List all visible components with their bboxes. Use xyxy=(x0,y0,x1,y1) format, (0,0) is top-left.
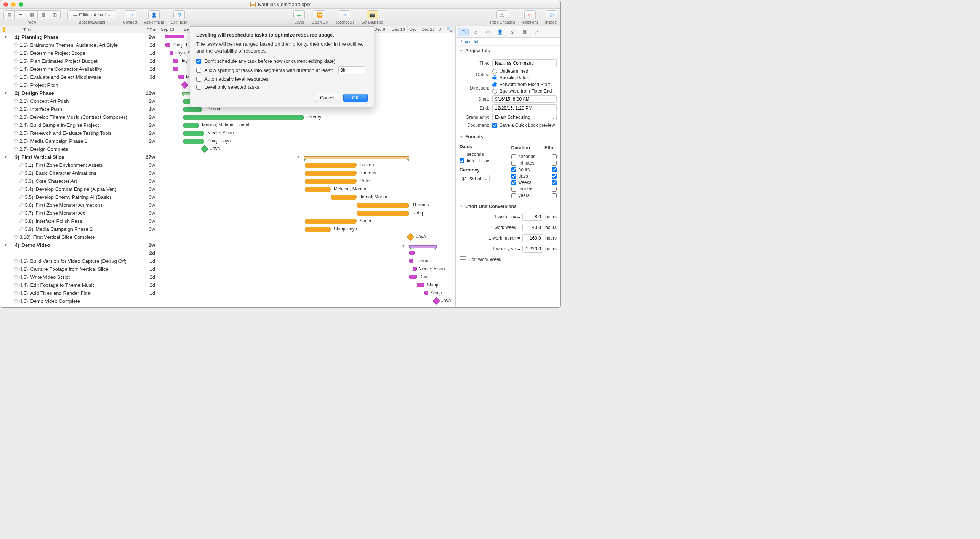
task-row[interactable]: 3.1)First Zone Environment Assets3w xyxy=(0,161,159,169)
maximize-icon[interactable] xyxy=(19,2,23,7)
task-row[interactable]: 3.5)Develop Enemy Pathing AI (Basic)3w xyxy=(0,193,159,201)
status-bullet[interactable] xyxy=(14,115,18,119)
task-row[interactable]: 4.5)Add Titles and Render Final1d xyxy=(0,289,159,297)
task-row[interactable]: ▼1)Planning Phase2w xyxy=(0,33,159,41)
status-bullet[interactable] xyxy=(14,147,18,151)
bar-1-1[interactable] xyxy=(165,43,170,47)
status-bullet[interactable] xyxy=(14,59,18,63)
status-bullet[interactable] xyxy=(19,163,23,167)
conv-week-input[interactable] xyxy=(522,224,543,231)
bar-3-3[interactable] xyxy=(305,179,357,184)
view-network-button[interactable]: ◫ xyxy=(49,10,61,19)
task-row[interactable]: 3.2)Basic Character Animations3w xyxy=(0,169,159,177)
dur-minutes[interactable] xyxy=(511,161,516,166)
section-conversions[interactable]: Effort Unit Conversions xyxy=(456,202,560,211)
collapse-caret-4[interactable]: ▼ xyxy=(402,244,405,248)
eff-seconds[interactable] xyxy=(552,154,557,159)
bar-1-2[interactable] xyxy=(170,51,173,55)
eff-months[interactable] xyxy=(552,187,557,192)
bar-4-1[interactable] xyxy=(409,259,413,263)
search-icon[interactable]: 🔍 xyxy=(445,26,453,33)
task-row[interactable]: 4.4)Edit Footage to Theme Music2d xyxy=(0,281,159,289)
gh-j[interactable]: J xyxy=(437,26,445,33)
tab-table[interactable]: ▦ xyxy=(519,28,530,36)
task-row[interactable]: 1.3)Plan Estimated Project Budget2d xyxy=(0,57,159,65)
bar-3-7[interactable] xyxy=(357,211,409,216)
status-bullet[interactable] xyxy=(14,291,18,295)
task-row[interactable]: 4.6)Demo Video Complete xyxy=(0,297,159,305)
task-row[interactable]: 1.4)Determine Contractor Availability2d xyxy=(0,65,159,73)
eff-days[interactable] xyxy=(552,174,557,179)
catch-up-button[interactable]: ⏩ xyxy=(314,10,325,19)
ok-button[interactable]: OK xyxy=(343,94,368,102)
status-bullet[interactable] xyxy=(14,43,18,47)
status-bullet[interactable] xyxy=(14,283,18,287)
gh-dec6[interactable]: Dec 6 xyxy=(373,26,390,33)
col-title[interactable]: Title xyxy=(8,27,141,32)
view-calendar-button[interactable]: ▦ xyxy=(26,10,38,19)
cancel-button[interactable]: Cancel xyxy=(315,94,339,102)
task-row[interactable]: ▼3)First Vertical Slice27w xyxy=(0,153,159,161)
status-bullet[interactable] xyxy=(19,171,23,175)
bar-2-3[interactable] xyxy=(183,115,304,120)
dur-days[interactable] xyxy=(511,174,516,179)
bar-1-3[interactable] xyxy=(173,59,178,63)
bar-4-4[interactable] xyxy=(417,283,424,287)
tab-milestones[interactable]: ◇ xyxy=(470,28,481,36)
task-row[interactable]: 1.5)Evaluate and Select Middleware3d xyxy=(0,73,159,81)
hand-icon[interactable]: ✋ xyxy=(0,27,8,32)
bar-4-3[interactable] xyxy=(409,275,417,279)
bar-3-6[interactable] xyxy=(357,203,409,208)
dur-weeks[interactable] xyxy=(511,180,516,185)
conv-year-input[interactable] xyxy=(522,245,543,253)
eff-minutes[interactable] xyxy=(552,161,557,166)
task-row[interactable]: ▼2)Design Phase11w xyxy=(0,89,159,97)
bar-2-5[interactable] xyxy=(183,131,204,136)
task-row[interactable]: 1.1)Brainstorm Themes, Audience, Art Sty… xyxy=(0,41,159,49)
status-bullet[interactable] xyxy=(19,179,23,183)
bar-3-5[interactable] xyxy=(331,195,357,200)
status-bullet[interactable] xyxy=(14,51,18,55)
eff-hours[interactable] xyxy=(552,167,557,172)
status-bullet[interactable] xyxy=(14,275,18,279)
task-row[interactable]: 1.2)Determine Project Scope1d xyxy=(0,49,159,57)
bar-2-4[interactable] xyxy=(183,123,199,128)
milestone-1-6[interactable] xyxy=(181,81,189,89)
bar-2-6[interactable] xyxy=(183,139,204,144)
bar-demo-summary[interactable] xyxy=(409,245,437,248)
bar-1-5[interactable] xyxy=(178,75,184,79)
collapse-caret-3[interactable]: ▼ xyxy=(296,155,300,159)
bar-3-2[interactable] xyxy=(305,171,357,176)
task-row[interactable]: 3.8)Interface Polish Pass3w xyxy=(0,217,159,225)
edit-work-week-button[interactable]: Edit Work Week xyxy=(456,254,560,265)
dur-months[interactable] xyxy=(511,187,516,192)
status-bullet[interactable] xyxy=(14,259,18,263)
status-bullet[interactable] xyxy=(14,299,18,303)
opt-allow-splitting[interactable]: Allow splitting of tasks into segments w… xyxy=(196,66,368,74)
milestone-3-10[interactable] xyxy=(407,233,414,241)
tab-export[interactable]: ↗ xyxy=(531,28,542,36)
tab-resources[interactable]: 👤 xyxy=(495,28,505,36)
direction-forward[interactable]: Forward from Fixed Start xyxy=(492,82,557,87)
status-bullet[interactable] xyxy=(14,83,18,87)
status-bullet[interactable] xyxy=(19,219,23,223)
milestone-2-7[interactable] xyxy=(201,145,208,153)
minimize-icon[interactable] xyxy=(11,2,16,7)
disclosure-icon[interactable]: ▼ xyxy=(3,155,8,159)
task-row[interactable]: 3.6)First Zone Monster Animations3w xyxy=(0,201,159,209)
bar-3-8[interactable] xyxy=(305,219,357,224)
eff-weeks[interactable] xyxy=(552,180,557,185)
bar-1-4[interactable] xyxy=(173,67,178,71)
status-bullet[interactable] xyxy=(19,211,23,215)
start-input[interactable] xyxy=(492,95,557,103)
assignment-button[interactable]: 👤 xyxy=(148,10,160,19)
split-task-button[interactable]: ⊟ xyxy=(173,10,185,19)
view-outline-button[interactable]: ☰ xyxy=(15,10,26,19)
currency-select[interactable]: $1,234.56 xyxy=(460,175,490,182)
bar-4-2[interactable] xyxy=(413,267,417,271)
dates-specific[interactable]: Specific Dates xyxy=(492,75,557,80)
close-icon[interactable] xyxy=(3,2,8,7)
direction-backward[interactable]: Backward from Fixed End xyxy=(492,88,557,94)
conv-day-input[interactable] xyxy=(522,213,543,221)
conv-month-input[interactable] xyxy=(522,234,543,242)
